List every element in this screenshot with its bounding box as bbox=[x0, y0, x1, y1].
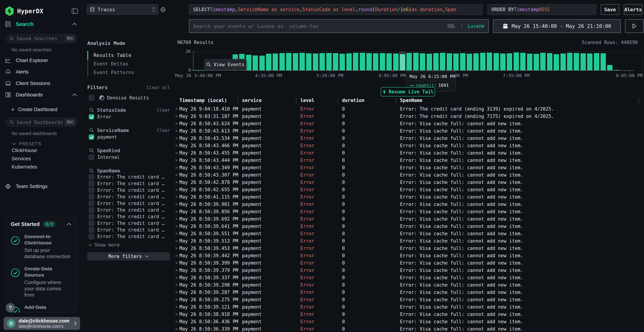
histogram-bar[interactable] bbox=[380, 53, 385, 70]
histogram-bar[interactable] bbox=[420, 53, 425, 70]
table-row[interactable]: >May 26 8:50:39.337 PMpaymentError0Error… bbox=[174, 274, 644, 281]
histogram-bar[interactable] bbox=[480, 53, 486, 70]
histogram-bar[interactable] bbox=[527, 54, 532, 70]
resume-live-tail-button[interactable]: Resume Live Tail bbox=[381, 87, 435, 96]
column-header-spanname[interactable]: SpanName bbox=[400, 98, 422, 103]
get-started-task[interactable]: Add DataStart sending logs, metrics, or … bbox=[11, 304, 72, 313]
filter-option[interactable]: Error: The credit card … bbox=[87, 200, 170, 206]
table-row[interactable]: >May 26 8:50:43.534 PMpaymentError0Error… bbox=[174, 134, 644, 142]
analysis-mode-option[interactable]: Event Deltas bbox=[87, 60, 170, 68]
column-header-service[interactable]: service bbox=[242, 98, 262, 103]
data-source-select[interactable]: Traces bbox=[87, 4, 158, 15]
filter-option[interactable]: Error: The credit card … bbox=[87, 220, 170, 226]
filter-option[interactable]: Error: The credit card … bbox=[87, 180, 170, 187]
sidebar-item-alerts[interactable]: Alerts bbox=[0, 66, 82, 78]
table-row[interactable]: >May 26 8:50:38.918 PMpaymentError0Error… bbox=[174, 310, 644, 318]
filter-option[interactable]: Error: The credit card … bbox=[87, 187, 170, 193]
create-dashboard-button[interactable]: + Create Dashboard bbox=[0, 104, 82, 115]
histogram-bar[interactable] bbox=[447, 53, 452, 70]
histogram-bar[interactable] bbox=[252, 56, 258, 70]
table-row[interactable]: >May 26 8:50:39.513 PMpaymentError0Error… bbox=[174, 237, 644, 244]
denoise-results-option[interactable]: Denoise Results bbox=[87, 95, 170, 100]
histogram-bar[interactable] bbox=[574, 53, 579, 70]
histogram-bar[interactable] bbox=[326, 53, 332, 70]
collapse-sidebar-icon[interactable] bbox=[72, 8, 78, 14]
table-row[interactable]: >May 26 9:04:18.410 PMpaymentError0Error… bbox=[174, 105, 644, 112]
filter-clear-link[interactable]: Clear bbox=[157, 108, 170, 113]
histogram-bar[interactable] bbox=[286, 53, 292, 70]
table-row[interactable]: >May 26 8:50:39.901 PMpaymentError0Error… bbox=[174, 200, 644, 208]
more-filters-button[interactable]: More filters bbox=[87, 252, 170, 260]
histogram-bar[interactable] bbox=[507, 53, 512, 70]
filter-option[interactable]: Error: The credit card … bbox=[87, 206, 170, 213]
table-row[interactable]: >May 26 8:50:42.878 PMpaymentError0Error… bbox=[174, 178, 644, 186]
table-row[interactable]: >May 26 8:50:43.466 PMpaymentError0Error… bbox=[174, 142, 644, 149]
table-row[interactable]: >May 26 8:50:39.379 PMpaymentError0Error… bbox=[174, 266, 644, 274]
filter-checkbox[interactable] bbox=[89, 207, 94, 213]
histogram-bar[interactable] bbox=[540, 53, 546, 70]
table-row[interactable]: >May 26 8:50:43.613 PMpaymentError0Error… bbox=[174, 127, 644, 134]
histogram-bar[interactable] bbox=[567, 53, 572, 70]
filter-checkbox[interactable] bbox=[89, 114, 94, 120]
saved-dashboards-field[interactable] bbox=[17, 120, 65, 125]
column-resize-handle[interactable] bbox=[338, 98, 338, 104]
histogram-bar[interactable] bbox=[406, 53, 412, 70]
histogram-bar[interactable] bbox=[440, 53, 445, 70]
filter-checkbox[interactable] bbox=[89, 214, 94, 219]
chevron-up-icon[interactable] bbox=[72, 94, 77, 96]
table-row[interactable]: >May 26 8:50:39.856 PMpaymentError0Error… bbox=[174, 208, 644, 215]
column-resize-handle[interactable] bbox=[396, 98, 396, 104]
saved-dashboards-input[interactable]: ⌘K bbox=[6, 118, 78, 127]
histogram-bar[interactable] bbox=[607, 65, 612, 70]
view-events-button[interactable]: View Events bbox=[204, 59, 246, 70]
alerts-button[interactable]: Alerts bbox=[624, 4, 642, 15]
user-menu[interactable]: D dale@clickhouse.com dale@clickhouse.co… bbox=[4, 317, 80, 330]
histogram-bar[interactable] bbox=[413, 53, 418, 70]
histogram-bar[interactable] bbox=[280, 53, 285, 70]
sidebar-preset-item[interactable]: ClickHouse bbox=[0, 146, 82, 154]
clear-all-filters-link[interactable]: Clear all bbox=[147, 85, 170, 90]
histogram-bar[interactable] bbox=[400, 54, 405, 70]
language-sql[interactable]: SQL bbox=[447, 24, 456, 29]
histogram-bar[interactable] bbox=[534, 54, 539, 70]
save-button[interactable]: Save bbox=[601, 4, 619, 15]
sidebar-preset-item[interactable]: Kubernetes bbox=[0, 163, 82, 171]
filter-checkbox[interactable] bbox=[89, 134, 94, 140]
sidebar-item-dashboards[interactable]: Dashboards bbox=[0, 89, 82, 100]
table-row[interactable]: >May 26 8:50:39.121 PMpaymentError0Error… bbox=[174, 303, 644, 310]
filter-option[interactable]: payment bbox=[87, 133, 170, 141]
event-search-field[interactable] bbox=[193, 24, 447, 29]
analysis-mode-option[interactable]: Event Patterns bbox=[87, 68, 170, 77]
chevron-up-icon[interactable] bbox=[72, 23, 77, 26]
table-row[interactable]: >May 26 8:50:43.444 PMpaymentError0Error… bbox=[174, 156, 644, 164]
table-row[interactable]: >May 26 8:50:41.115 PMpaymentError0Error… bbox=[174, 193, 644, 200]
source-settings-gear-icon[interactable] bbox=[160, 6, 166, 13]
sidebar-item-client-sessions[interactable]: Client Sessions bbox=[0, 78, 82, 89]
language-lucene[interactable]: Lucene bbox=[468, 24, 484, 29]
histogram-bar[interactable] bbox=[614, 70, 619, 70]
table-row[interactable]: >May 26 8:50:43.349 PMpaymentError0Error… bbox=[174, 164, 644, 171]
histogram-bar[interactable] bbox=[353, 53, 358, 70]
chevron-up-icon[interactable] bbox=[66, 223, 72, 226]
histogram-bar[interactable] bbox=[293, 53, 298, 70]
histogram-bar[interactable] bbox=[320, 53, 325, 70]
filter-checkbox[interactable] bbox=[89, 194, 94, 200]
table-row[interactable]: >May 26 8:50:43.624 PMpaymentError0Error… bbox=[174, 120, 644, 127]
column-header-level[interactable]: level bbox=[300, 98, 314, 103]
filter-checkbox[interactable] bbox=[89, 181, 94, 186]
column-header-duration[interactable]: duration bbox=[342, 98, 364, 103]
histogram-bar[interactable] bbox=[340, 54, 345, 70]
table-row[interactable]: >May 26 8:50:39.275 PMpaymentError0Error… bbox=[174, 296, 644, 303]
filter-option[interactable]: Error: The credit card … bbox=[87, 233, 170, 240]
table-row[interactable]: >May 26 8:50:39.551 PMpaymentError0Error… bbox=[174, 230, 644, 237]
table-row[interactable]: >May 26 8:50:39.399 PMpaymentError0Error… bbox=[174, 259, 644, 266]
table-row[interactable]: >May 26 8:50:36.339 PMpaymentError0Error… bbox=[174, 325, 644, 332]
filter-option[interactable]: Error: The credit card … bbox=[87, 193, 170, 200]
denoise-checkbox[interactable] bbox=[89, 95, 94, 100]
sql-select-editor[interactable]: SELECT Timestamp, ServiceName as service… bbox=[189, 4, 483, 15]
get-started-task[interactable]: Create Data SourcesConfigure where your … bbox=[11, 266, 72, 298]
histogram-bar[interactable] bbox=[467, 54, 472, 70]
histogram-bar[interactable] bbox=[594, 53, 599, 70]
histogram-bar[interactable] bbox=[580, 53, 586, 70]
histogram-bar[interactable] bbox=[260, 56, 265, 70]
